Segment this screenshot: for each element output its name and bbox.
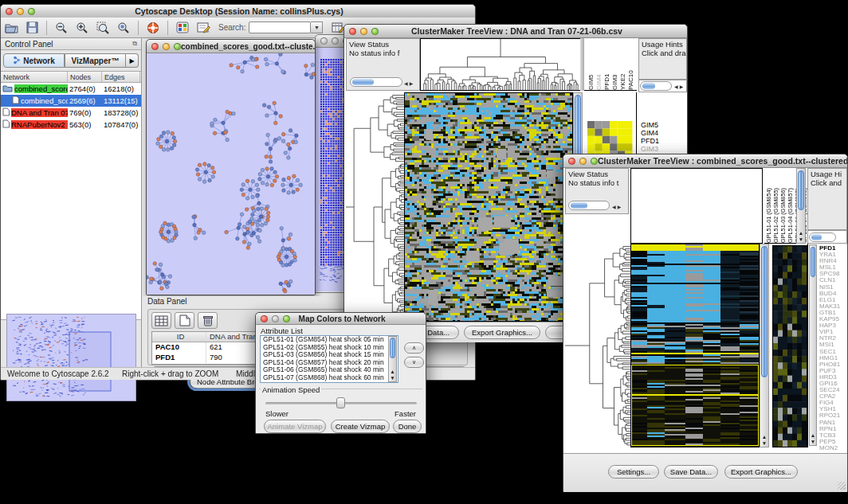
- column-labels-vscrollbar[interactable]: ▲▼: [796, 168, 806, 244]
- column-header[interactable]: Edges: [102, 72, 140, 82]
- main-titlebar[interactable]: Cytoscape Desktop (Session Name: collins…: [1, 5, 475, 18]
- view-status-hscrollbar[interactable]: [350, 77, 402, 87]
- minimize-icon[interactable]: [579, 158, 587, 165]
- treeview2-buttonbar: Settings...Save Data...Export Graphics..…: [563, 453, 847, 492]
- tv2-export-graphics-button[interactable]: Export Graphics...: [724, 465, 798, 479]
- usage-hints-title: Usage Hints: [642, 40, 684, 49]
- network-canvas[interactable]: [147, 53, 315, 295]
- row-id: PFD1: [152, 353, 206, 363]
- network-tree-row[interactable]: DNA and Tran 07769(0)183728(0): [1, 107, 141, 119]
- heatmap-canvas[interactable]: [630, 244, 760, 447]
- vizmapper-icon[interactable]: [173, 19, 192, 36]
- create-vizmap-button[interactable]: Create Vizmap: [331, 420, 390, 433]
- close-icon[interactable]: [6, 8, 13, 15]
- search-input[interactable]: [249, 21, 311, 33]
- usage-hints-hscrollbar[interactable]: [640, 81, 672, 91]
- scroll-arrows[interactable]: ◀▶: [612, 203, 622, 212]
- search-dropdown-icon[interactable]: ▼: [311, 21, 323, 33]
- heatmap-vscrollbar[interactable]: ▲▼: [760, 244, 769, 447]
- tv1-export-graphics-button[interactable]: Export Graphics...: [464, 326, 540, 339]
- close-icon[interactable]: [568, 158, 575, 165]
- column-label: GIM5: [587, 42, 595, 90]
- treeview1-title: ClusterMaker TreeView : DNA and Tran 07-…: [379, 26, 687, 36]
- move-up-button[interactable]: ∧: [404, 342, 424, 354]
- scrollbar-thumb[interactable]: [352, 79, 374, 85]
- treeview2-titlebar[interactable]: ClusterMaker TreeView : combined_scores_…: [563, 154, 847, 168]
- tv2-settings-button[interactable]: Settings...: [608, 465, 659, 479]
- column-label: GIM3: [611, 42, 618, 90]
- move-down-button[interactable]: ∨: [404, 357, 424, 368]
- network-tree-row[interactable]: combined_sco2569(6)13112(15): [1, 95, 141, 107]
- node-count: 563(0): [68, 120, 102, 129]
- minimize-icon[interactable]: [17, 8, 24, 15]
- column-header[interactable]: Network: [1, 72, 68, 82]
- view-status-hscrollbar[interactable]: [568, 201, 610, 210]
- zoom-fit-icon[interactable]: [114, 19, 133, 36]
- resize-grip[interactable]: [838, 482, 846, 490]
- minimize-icon[interactable]: [272, 315, 279, 322]
- help-icon[interactable]: [143, 19, 163, 36]
- attribute-list[interactable]: GPL51-01 (GSM854) heat shock 05 minGPL51…: [260, 335, 398, 383]
- close-icon[interactable]: [151, 43, 159, 50]
- gene-list-vscrollbar[interactable]: ▲▼: [809, 244, 817, 446]
- column-dendrogram-canvas[interactable]: [420, 38, 581, 91]
- view-status-panel: View Status No status info f ◀▶: [346, 38, 420, 91]
- column-tree-area[interactable]: [630, 168, 763, 244]
- network-overview-thumbnail[interactable]: [6, 314, 136, 401]
- tab-more-icon[interactable]: ▶: [126, 53, 139, 68]
- edge-count: 16218(0): [102, 84, 140, 93]
- attribute-list-vscrollbar[interactable]: ▲▼: [388, 336, 397, 382]
- network-tree-row[interactable]: RNAPuberNov2 +563(0)107847(0): [1, 119, 141, 131]
- save-icon[interactable]: [22, 19, 41, 36]
- heatmap-canvas[interactable]: [404, 92, 573, 322]
- zoom-heatmap-canvas[interactable]: [772, 245, 807, 447]
- annotation-icon[interactable]: [194, 19, 213, 36]
- edge-count: 183728(0): [102, 108, 140, 117]
- slider-thumb[interactable]: [336, 397, 345, 408]
- view-status-panel: View Status No status info t ◀▶: [565, 168, 629, 214]
- table-icon[interactable]: [151, 312, 171, 329]
- attribute-item[interactable]: GPL51-07 (GSM868) heat shock 60 min: [261, 374, 398, 382]
- row-dendrogram-canvas[interactable]: [346, 92, 404, 322]
- zoom-in-icon[interactable]: [73, 19, 92, 36]
- column-header[interactable]: ID: [152, 332, 206, 342]
- tv2-save-data-button[interactable]: Save Data...: [664, 465, 718, 479]
- minimize-icon[interactable]: [360, 28, 367, 35]
- animate-vizmap-button[interactable]: Animate Vizmap: [264, 420, 326, 433]
- zoom-window-icon[interactable]: [371, 28, 379, 35]
- open-icon[interactable]: [2, 19, 21, 36]
- attribute-list-label: Attribute List: [261, 326, 303, 335]
- tab-network[interactable]: Network: [3, 53, 65, 68]
- float-panel-icon[interactable]: ⧉: [132, 40, 137, 48]
- file-icon: [12, 96, 19, 106]
- search-label: Search:: [218, 23, 245, 32]
- network-tree-row[interactable]: combined_scores_2764(0)16218(0): [1, 83, 141, 95]
- new-document-icon[interactable]: [175, 312, 194, 329]
- zoom-window-icon[interactable]: [283, 315, 290, 322]
- network-table-header[interactable]: NetworkNodesEdges: [1, 71, 141, 83]
- zoom-window-icon[interactable]: [591, 158, 598, 165]
- close-icon[interactable]: [349, 28, 356, 35]
- animation-speed-label: Animation Speed: [261, 385, 321, 394]
- tab-vizmapper[interactable]: VizMapper™: [65, 53, 126, 68]
- row-dendrogram-canvas[interactable]: [565, 244, 630, 447]
- minimize-icon[interactable]: [163, 43, 170, 50]
- treeview1-titlebar[interactable]: ClusterMaker TreeView : DNA and Tran 07-…: [344, 25, 687, 38]
- close-icon[interactable]: [320, 37, 328, 45]
- dialog-titlebar[interactable]: Map Colors to Network: [256, 313, 426, 325]
- scroll-arrows[interactable]: ◀▶: [404, 80, 414, 88]
- zoom-selected-icon[interactable]: [93, 19, 112, 36]
- zoom-out-icon[interactable]: [52, 19, 71, 36]
- network-name: combined_sco: [21, 96, 68, 105]
- minimize-icon[interactable]: [332, 37, 339, 45]
- desktop: Cytoscape Desktop (Session Name: collins…: [0, 0, 848, 504]
- trash-icon[interactable]: [198, 312, 218, 329]
- usage-hints-hscrollbar[interactable]: [809, 232, 836, 242]
- close-icon[interactable]: [261, 315, 268, 322]
- zoom-window-icon[interactable]: [28, 8, 35, 15]
- done-button[interactable]: Done: [393, 420, 422, 433]
- network-view-titlebar[interactable]: combined_scores_good.txt--cluste...: [147, 40, 315, 53]
- column-header[interactable]: Nodes: [68, 72, 102, 82]
- zoom-window-icon[interactable]: [174, 43, 181, 50]
- scroll-arrows[interactable]: ◀▶: [674, 84, 685, 89]
